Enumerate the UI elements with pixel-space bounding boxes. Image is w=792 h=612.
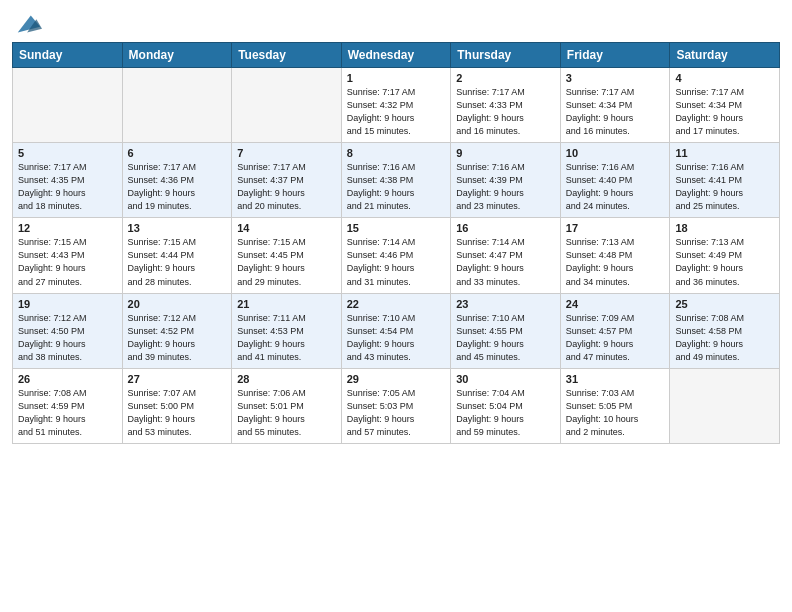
day-number: 2 bbox=[456, 72, 555, 84]
day-info: Sunrise: 7:15 AM Sunset: 4:43 PM Dayligh… bbox=[18, 236, 117, 288]
day-info: Sunrise: 7:15 AM Sunset: 4:44 PM Dayligh… bbox=[128, 236, 227, 288]
calendar-cell: 7Sunrise: 7:17 AM Sunset: 4:37 PM Daylig… bbox=[232, 143, 342, 218]
calendar-cell: 21Sunrise: 7:11 AM Sunset: 4:53 PM Dayli… bbox=[232, 293, 342, 368]
calendar-cell: 8Sunrise: 7:16 AM Sunset: 4:38 PM Daylig… bbox=[341, 143, 451, 218]
calendar-cell: 22Sunrise: 7:10 AM Sunset: 4:54 PM Dayli… bbox=[341, 293, 451, 368]
day-info: Sunrise: 7:13 AM Sunset: 4:48 PM Dayligh… bbox=[566, 236, 665, 288]
day-number: 31 bbox=[566, 373, 665, 385]
day-number: 6 bbox=[128, 147, 227, 159]
calendar-cell: 1Sunrise: 7:17 AM Sunset: 4:32 PM Daylig… bbox=[341, 68, 451, 143]
logo bbox=[12, 10, 42, 34]
calendar-cell: 24Sunrise: 7:09 AM Sunset: 4:57 PM Dayli… bbox=[560, 293, 670, 368]
day-number: 15 bbox=[347, 222, 446, 234]
day-number: 24 bbox=[566, 298, 665, 310]
day-info: Sunrise: 7:13 AM Sunset: 4:49 PM Dayligh… bbox=[675, 236, 774, 288]
calendar-cell: 4Sunrise: 7:17 AM Sunset: 4:34 PM Daylig… bbox=[670, 68, 780, 143]
calendar-cell: 28Sunrise: 7:06 AM Sunset: 5:01 PM Dayli… bbox=[232, 368, 342, 443]
day-header-thursday: Thursday bbox=[451, 43, 561, 68]
calendar-row-5: 26Sunrise: 7:08 AM Sunset: 4:59 PM Dayli… bbox=[13, 368, 780, 443]
calendar-cell: 25Sunrise: 7:08 AM Sunset: 4:58 PM Dayli… bbox=[670, 293, 780, 368]
calendar-cell: 23Sunrise: 7:10 AM Sunset: 4:55 PM Dayli… bbox=[451, 293, 561, 368]
calendar-row-4: 19Sunrise: 7:12 AM Sunset: 4:50 PM Dayli… bbox=[13, 293, 780, 368]
day-info: Sunrise: 7:16 AM Sunset: 4:41 PM Dayligh… bbox=[675, 161, 774, 213]
header-row: SundayMondayTuesdayWednesdayThursdayFrid… bbox=[13, 43, 780, 68]
day-info: Sunrise: 7:11 AM Sunset: 4:53 PM Dayligh… bbox=[237, 312, 336, 364]
day-info: Sunrise: 7:17 AM Sunset: 4:34 PM Dayligh… bbox=[566, 86, 665, 138]
header bbox=[12, 10, 780, 34]
day-info: Sunrise: 7:10 AM Sunset: 4:54 PM Dayligh… bbox=[347, 312, 446, 364]
day-header-monday: Monday bbox=[122, 43, 232, 68]
day-info: Sunrise: 7:03 AM Sunset: 5:05 PM Dayligh… bbox=[566, 387, 665, 439]
day-info: Sunrise: 7:17 AM Sunset: 4:32 PM Dayligh… bbox=[347, 86, 446, 138]
day-number: 19 bbox=[18, 298, 117, 310]
day-number: 4 bbox=[675, 72, 774, 84]
day-number: 18 bbox=[675, 222, 774, 234]
calendar-cell: 5Sunrise: 7:17 AM Sunset: 4:35 PM Daylig… bbox=[13, 143, 123, 218]
calendar-cell: 13Sunrise: 7:15 AM Sunset: 4:44 PM Dayli… bbox=[122, 218, 232, 293]
calendar-cell: 15Sunrise: 7:14 AM Sunset: 4:46 PM Dayli… bbox=[341, 218, 451, 293]
day-header-saturday: Saturday bbox=[670, 43, 780, 68]
day-header-wednesday: Wednesday bbox=[341, 43, 451, 68]
day-number: 25 bbox=[675, 298, 774, 310]
calendar: SundayMondayTuesdayWednesdayThursdayFrid… bbox=[12, 42, 780, 444]
calendar-row-3: 12Sunrise: 7:15 AM Sunset: 4:43 PM Dayli… bbox=[13, 218, 780, 293]
day-number: 10 bbox=[566, 147, 665, 159]
calendar-cell: 29Sunrise: 7:05 AM Sunset: 5:03 PM Dayli… bbox=[341, 368, 451, 443]
calendar-cell bbox=[670, 368, 780, 443]
calendar-cell: 10Sunrise: 7:16 AM Sunset: 4:40 PM Dayli… bbox=[560, 143, 670, 218]
day-info: Sunrise: 7:04 AM Sunset: 5:04 PM Dayligh… bbox=[456, 387, 555, 439]
day-info: Sunrise: 7:16 AM Sunset: 4:38 PM Dayligh… bbox=[347, 161, 446, 213]
day-number: 21 bbox=[237, 298, 336, 310]
calendar-cell: 27Sunrise: 7:07 AM Sunset: 5:00 PM Dayli… bbox=[122, 368, 232, 443]
day-info: Sunrise: 7:17 AM Sunset: 4:35 PM Dayligh… bbox=[18, 161, 117, 213]
day-number: 26 bbox=[18, 373, 117, 385]
day-info: Sunrise: 7:08 AM Sunset: 4:58 PM Dayligh… bbox=[675, 312, 774, 364]
calendar-cell: 11Sunrise: 7:16 AM Sunset: 4:41 PM Dayli… bbox=[670, 143, 780, 218]
day-number: 20 bbox=[128, 298, 227, 310]
day-header-tuesday: Tuesday bbox=[232, 43, 342, 68]
calendar-cell: 12Sunrise: 7:15 AM Sunset: 4:43 PM Dayli… bbox=[13, 218, 123, 293]
calendar-cell: 6Sunrise: 7:17 AM Sunset: 4:36 PM Daylig… bbox=[122, 143, 232, 218]
day-info: Sunrise: 7:12 AM Sunset: 4:50 PM Dayligh… bbox=[18, 312, 117, 364]
day-info: Sunrise: 7:06 AM Sunset: 5:01 PM Dayligh… bbox=[237, 387, 336, 439]
day-info: Sunrise: 7:05 AM Sunset: 5:03 PM Dayligh… bbox=[347, 387, 446, 439]
day-info: Sunrise: 7:16 AM Sunset: 4:40 PM Dayligh… bbox=[566, 161, 665, 213]
day-info: Sunrise: 7:14 AM Sunset: 4:46 PM Dayligh… bbox=[347, 236, 446, 288]
day-info: Sunrise: 7:17 AM Sunset: 4:37 PM Dayligh… bbox=[237, 161, 336, 213]
day-number: 11 bbox=[675, 147, 774, 159]
calendar-cell: 19Sunrise: 7:12 AM Sunset: 4:50 PM Dayli… bbox=[13, 293, 123, 368]
day-number: 16 bbox=[456, 222, 555, 234]
page: SundayMondayTuesdayWednesdayThursdayFrid… bbox=[0, 0, 792, 456]
day-number: 7 bbox=[237, 147, 336, 159]
day-number: 30 bbox=[456, 373, 555, 385]
day-number: 1 bbox=[347, 72, 446, 84]
calendar-row-2: 5Sunrise: 7:17 AM Sunset: 4:35 PM Daylig… bbox=[13, 143, 780, 218]
day-info: Sunrise: 7:16 AM Sunset: 4:39 PM Dayligh… bbox=[456, 161, 555, 213]
day-number: 27 bbox=[128, 373, 227, 385]
day-number: 14 bbox=[237, 222, 336, 234]
day-info: Sunrise: 7:15 AM Sunset: 4:45 PM Dayligh… bbox=[237, 236, 336, 288]
calendar-cell bbox=[122, 68, 232, 143]
day-number: 23 bbox=[456, 298, 555, 310]
day-number: 28 bbox=[237, 373, 336, 385]
calendar-cell bbox=[13, 68, 123, 143]
day-info: Sunrise: 7:09 AM Sunset: 4:57 PM Dayligh… bbox=[566, 312, 665, 364]
day-info: Sunrise: 7:10 AM Sunset: 4:55 PM Dayligh… bbox=[456, 312, 555, 364]
day-info: Sunrise: 7:17 AM Sunset: 4:34 PM Dayligh… bbox=[675, 86, 774, 138]
day-number: 22 bbox=[347, 298, 446, 310]
calendar-cell: 30Sunrise: 7:04 AM Sunset: 5:04 PM Dayli… bbox=[451, 368, 561, 443]
calendar-cell: 2Sunrise: 7:17 AM Sunset: 4:33 PM Daylig… bbox=[451, 68, 561, 143]
calendar-cell: 17Sunrise: 7:13 AM Sunset: 4:48 PM Dayli… bbox=[560, 218, 670, 293]
day-number: 3 bbox=[566, 72, 665, 84]
calendar-cell bbox=[232, 68, 342, 143]
day-info: Sunrise: 7:14 AM Sunset: 4:47 PM Dayligh… bbox=[456, 236, 555, 288]
calendar-cell: 14Sunrise: 7:15 AM Sunset: 4:45 PM Dayli… bbox=[232, 218, 342, 293]
calendar-cell: 3Sunrise: 7:17 AM Sunset: 4:34 PM Daylig… bbox=[560, 68, 670, 143]
calendar-row-1: 1Sunrise: 7:17 AM Sunset: 4:32 PM Daylig… bbox=[13, 68, 780, 143]
calendar-cell: 20Sunrise: 7:12 AM Sunset: 4:52 PM Dayli… bbox=[122, 293, 232, 368]
calendar-cell: 16Sunrise: 7:14 AM Sunset: 4:47 PM Dayli… bbox=[451, 218, 561, 293]
day-header-sunday: Sunday bbox=[13, 43, 123, 68]
day-number: 8 bbox=[347, 147, 446, 159]
calendar-cell: 18Sunrise: 7:13 AM Sunset: 4:49 PM Dayli… bbox=[670, 218, 780, 293]
day-info: Sunrise: 7:17 AM Sunset: 4:33 PM Dayligh… bbox=[456, 86, 555, 138]
